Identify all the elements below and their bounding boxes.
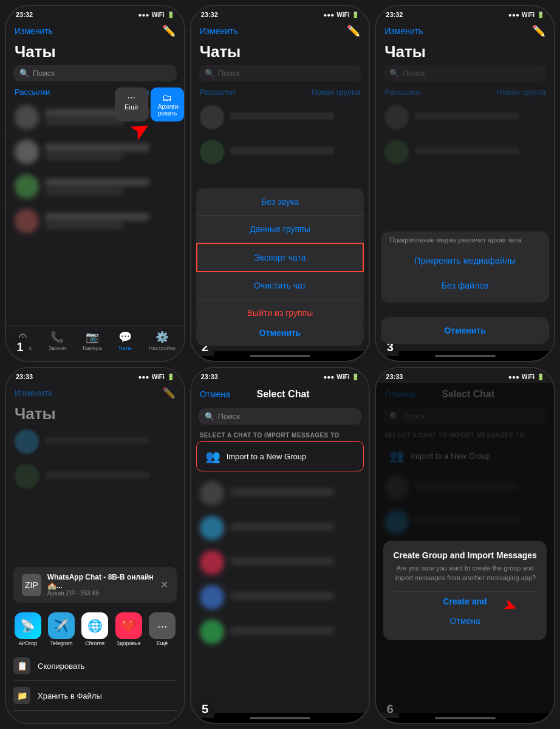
attach-media-button[interactable]: Прикрепить медиафайлы [389,248,541,273]
search-placeholder-1: Поиск [33,69,55,78]
section-row-3: Рассылки Новая группа [376,84,554,100]
chat-name [230,147,335,154]
search-bar-5[interactable]: 🔍 Поиск [199,408,362,425]
chrome-label: Chrome [85,640,104,646]
tab-settings[interactable]: ⚙️Настройки [149,330,176,351]
telegram-icon[interactable]: ✈️ Telegram [47,612,75,646]
status-bar-5: 23:33 ●●● WiFi 🔋 [191,368,369,383]
action-sheet-2: Без звука Данные группы Экспорт чата Очи… [196,188,364,327]
action-export-chat[interactable]: Экспорт чата [196,243,364,272]
status-bar-4: 23:33 ●●● WiFi 🔋 [6,368,184,383]
app-grid: 📡 AirDrop ✈️ Telegram 🌐 Chrome ❤️ Здоров… [6,608,184,651]
compose-icon-1[interactable]: ✏️ [162,24,176,38]
battery-icon-4: 🔋 [167,374,174,380]
chat-name [230,592,335,600]
signal-icon-5: ●●● [323,374,334,380]
chat-info [45,179,176,194]
avatar [384,140,409,164]
archive-size: Архив ZIP · 353 Кб [47,590,154,597]
table-row[interactable] [6,169,184,204]
import-to-group-button-5[interactable]: 👥 Import to a New Group [196,441,364,471]
broadcast-label-1[interactable]: Рассылки [15,87,50,97]
status-icons-4: ●●● WiFi 🔋 [138,374,174,380]
avatar [200,516,224,540]
screen-4: 23:33 ●●● WiFi 🔋 Изменить ✏️ Чаты Z [5,367,185,724]
health-icon[interactable]: ❤️ Здоровье [114,612,143,646]
table-row[interactable] [191,100,369,135]
screen-1: 23:32 ●●● WiFi 🔋 Изменить ✏️ Чаты 🔍 Поис… [5,5,185,362]
page-title-4: Чаты [6,403,184,425]
table-row [191,615,369,649]
new-group-label-2[interactable]: Новая группа [311,87,360,97]
tab-camera[interactable]: 📷Камера [83,330,101,351]
background-chats-4 [6,425,184,494]
edit-link-4[interactable]: Изменить [15,388,53,398]
tab-calls[interactable]: 📞Звонки [49,330,66,351]
edit-link-1[interactable]: Изменить [15,26,53,36]
wifi-icon-3: WiFi [522,12,534,18]
action-group-data[interactable]: Данные группы [196,216,364,243]
dialog-cancel-button[interactable]: Отмена [393,611,537,631]
home-indicator-3 [435,355,496,357]
tab-chats[interactable]: 💬Чаты [118,330,132,351]
tab-camera-label: Камера [83,345,101,351]
save-files-action[interactable]: 📁 Хранить в Файлы [13,681,177,711]
tab-calls-label: Звонки [49,345,66,351]
search-bar-3[interactable]: 🔍 Поиск [383,65,547,81]
import-group-label-5: Import to a New Group [227,452,307,461]
table-row[interactable] [6,135,184,169]
chat-name [230,558,335,565]
archive-info: WhatsApp Chat - 8B-B онлайн🏫... Архив ZI… [47,573,154,597]
broadcast-label-2[interactable]: Рассылки [200,87,235,97]
nav-header-3: Изменить ✏️ [376,21,554,41]
search-icon-3: 🔍 [389,69,399,78]
chrome-img: 🌐 [81,612,108,639]
archive-button[interactable]: 🗂 Архиви-ровать [151,87,184,122]
table-row[interactable] [6,204,184,239]
home-indicator-2 [250,355,310,357]
wifi-icon-6: WiFi [522,374,534,380]
action-mute[interactable]: Без звука [196,188,364,216]
edit-link-3[interactable]: Изменить [384,26,423,36]
avatar [200,140,224,164]
cancel-button-2[interactable]: Отменить [196,320,364,346]
archive-label: Архиви-ровать [158,103,177,117]
search-bar-1[interactable]: 🔍 Поиск [13,65,177,81]
chat-name [45,213,149,221]
chat-preview [45,154,123,160]
archive-item: ZIP WhatsApp Chat - 8B-B онлайн🏫... Архи… [13,567,177,603]
more-apps-icon[interactable]: ··· Ещё [148,612,176,646]
home-indicator-5 [250,717,310,719]
chat-preview [45,223,123,229]
avatar [15,209,39,233]
chrome-icon[interactable]: 🌐 Chrome [81,612,109,646]
avatar [15,140,39,164]
signal-icon-3: ●●● [508,12,519,18]
main-screen-6: Отмена Select Chat 🔍 Поиск SELECT A CHAT… [376,383,554,713]
battery-icon-2: 🔋 [352,12,359,18]
cancel-link-5[interactable]: Отмена [200,389,230,399]
chat-info [415,112,545,122]
cancel-button-3[interactable]: Отменить [381,317,549,344]
compose-icon-3[interactable]: ✏️ [532,24,545,38]
select-chat-title-5: Select Chat [257,389,310,400]
search-placeholder-5: Поиск [218,412,240,421]
screen-3: 23:32 ●●● WiFi 🔋 Изменить ✏️ Чаты 🔍 Поис… [375,5,555,362]
status-icons-1: ●●● WiFi 🔋 [138,12,174,18]
archive-name: WhatsApp Chat - 8B-B онлайн🏫... [47,573,154,590]
nav-header-2: Изменить ✏️ [191,21,369,41]
search-bar-2[interactable]: 🔍 Поиск [199,65,362,81]
chat-name [45,144,149,151]
action-clear-chat[interactable]: Очистить чат [196,272,364,299]
edit-link-2[interactable]: Изменить [200,26,238,36]
close-icon[interactable]: ✕ [160,579,168,590]
no-files-button[interactable]: Без файлов [389,273,541,298]
airdrop-icon[interactable]: 📡 AirDrop [13,612,42,646]
chat-info [45,213,176,229]
copy-action[interactable]: 📋 Скопировать [13,651,177,681]
chat-info [230,147,361,157]
compose-icon-4[interactable]: ✏️ [162,386,176,400]
chat-preview [45,188,123,194]
table-row[interactable] [191,135,369,169]
compose-icon-2[interactable]: ✏️ [347,24,360,38]
